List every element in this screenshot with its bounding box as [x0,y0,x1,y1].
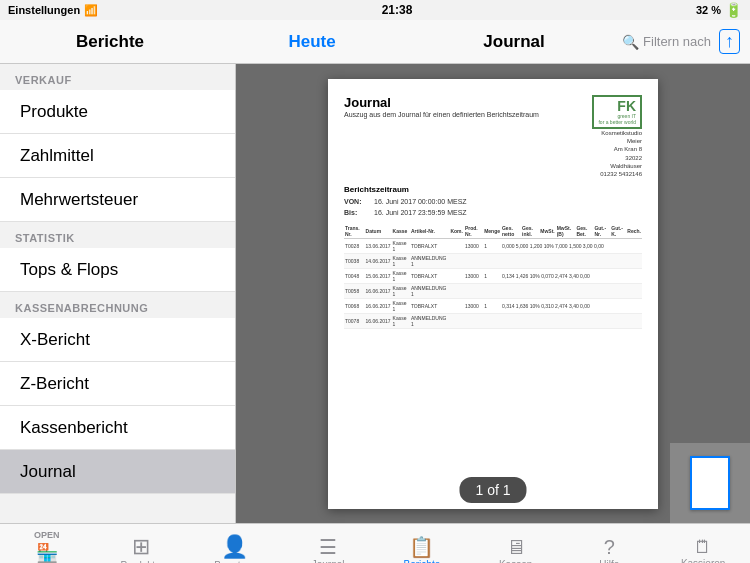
table-cell-6: 1 [483,299,501,314]
main-layout: VERKAUF Produkte Zahlmittel Mehrwertsteu… [0,64,750,523]
table-cell-1: 16.06.2017 [365,314,392,329]
table-cell-4 [449,299,464,314]
table-cell-3: ANNMELDUNG 1 [410,284,450,299]
table-cell-rest: 0,314 1,636 10% 0,310 2,474 3,40 0,00 [501,299,642,314]
tab-hilfe-icon: ? [604,537,615,557]
tab-journal[interactable]: ☰ Journal [281,524,375,563]
table-cell-0: T0058 [344,284,365,299]
table-cell-6 [483,254,501,269]
tab-produkte[interactable]: ⊞ Produkte [94,524,188,563]
tab-bar: OPEN 🏪 Shop ⊞ Produkte 👤 Benutzer ☰ Jour… [0,523,750,563]
table-cell-2: Kasse 1 [392,254,410,269]
tab-journal-label: Journal [312,559,345,563]
sidebar-item-z-bericht[interactable]: Z-Bericht [0,362,235,406]
logo-box: FK green IT for a better world [592,95,642,129]
nav-bar: Berichte Heute Journal 🔍 Filtern nach ↑ [0,20,750,64]
table-cell-0: T0048 [344,269,365,284]
table-cell-6 [483,284,501,299]
nav-title-berichte: Berichte [10,32,210,52]
address-line2: Am Kran 8 [592,145,642,153]
table-cell-1: 14.06.2017 [365,254,392,269]
sidebar-section-header-statistik: STATISTIK [0,222,235,248]
th-0: Trans. Nr. [344,224,365,239]
table-cell-2: Kasse 1 [392,269,410,284]
tab-kassieren-label: Kassieren [681,558,725,563]
doc-subtitle: Auszug aus dem Journal für einen definie… [344,111,539,118]
tab-kassieren-icon: 🗒 [694,538,712,556]
tab-hilfe[interactable]: ? Hilfe [563,524,657,563]
table-cell-4 [449,239,464,254]
table-cell-4 [449,314,464,329]
tab-benutzer[interactable]: 👤 Benutzer [188,524,282,563]
table-cell-5: 13000 [464,269,483,284]
th-4: Kom. [449,224,464,239]
status-bar: Einstellungen 📶 21:38 32 % 🔋 [0,0,750,20]
tab-produkte-icon: ⊞ [132,536,150,558]
table-cell-6: 1 [483,239,501,254]
share-icon[interactable]: ↑ [719,29,740,54]
bis-label: Bis: [344,207,366,218]
logo-initials: FK [598,99,636,113]
thumbnail-strip[interactable] [670,443,750,523]
table-row: T006816.06.2017Kasse 1TOBRALXT130001 0,3… [344,299,642,314]
th-10: MwSt.(B) [556,224,576,239]
sidebar-item-zahlmittel[interactable]: Zahlmittel [0,134,235,178]
doc-header: Journal Auszug aus dem Journal für einen… [344,95,642,179]
sidebar-item-x-bericht[interactable]: X-Bericht [0,318,235,362]
doc-title: Journal [344,95,539,110]
nav-title-journal: Journal [414,32,614,52]
th-1: Datum [365,224,392,239]
status-right: 32 % 🔋 [696,2,742,18]
nav-actions: 🔍 Filtern nach ↑ [622,29,740,54]
sidebar-item-mehrwertsteuer[interactable]: Mehrwertsteuer [0,178,235,222]
table-cell-2: Kasse 1 [392,299,410,314]
table-cell-1: 15.06.2017 [365,269,392,284]
table-cell-5 [464,254,483,269]
tab-berichte[interactable]: 📋 Berichte [375,524,469,563]
table-cell-rest [501,314,642,329]
table-row: T003814.06.2017Kasse 1ANNMELDUNG 1 [344,254,642,269]
table-cell-0: T0038 [344,254,365,269]
doc-logo: FK green IT for a better world Kosmetiks… [592,95,642,179]
table-row: T004815.06.2017Kasse 1TOBRALXT130001 0,1… [344,269,642,284]
th-14: Rech. [626,224,642,239]
table-cell-1: 16.06.2017 [365,284,392,299]
table-header-row: Trans. Nr. Datum Kasse Artikel-Nr. Kom. … [344,224,642,239]
sidebar-item-kassenbericht[interactable]: Kassenbericht [0,406,235,450]
table-cell-rest: 0,134 1,426 10% 0,070 2,474 3,40 0,00 [501,269,642,284]
doc-bis-row: Bis: 16. Juni 2017 23:59:59 MESZ [344,207,642,218]
sidebar-item-journal[interactable]: Journal [0,450,235,494]
table-cell-4 [449,254,464,269]
sidebar-section-header-verkauf: VERKAUF [0,64,235,90]
table-cell-1: 16.06.2017 [365,299,392,314]
von-date: 16. Juni 2017 00:00:00 MESZ [374,196,467,207]
sidebar-section-header-kassenabrechnung: KASSENABRECHNUNG [0,292,235,318]
table-cell-1: 13.06.2017 [365,239,392,254]
th-9: MwSt. [539,224,555,239]
tab-kassen[interactable]: 🖥 Kassen [469,524,563,563]
address-line4: 01232 5432146 [592,170,642,178]
tab-shop[interactable]: OPEN 🏪 Shop [0,524,94,563]
bis-date: 16. Juni 2017 23:59:59 MESZ [374,207,467,218]
th-11: Ges. Bet. [575,224,593,239]
search-area[interactable]: 🔍 Filtern nach [622,34,711,50]
table-cell-2: Kasse 1 [392,284,410,299]
sidebar-item-tops-flops[interactable]: Tops & Flops [0,248,235,292]
table-cell-6 [483,314,501,329]
th-6: Menge [483,224,501,239]
tab-hilfe-label: Hilfe [599,559,619,563]
table-cell-5 [464,284,483,299]
status-time: 21:38 [382,3,413,17]
tab-berichte-label: Berichte [404,559,441,563]
sidebar-item-produkte[interactable]: Produkte [0,90,235,134]
nav-title-heute[interactable]: Heute [232,32,392,52]
table-row: T007816.06.2017Kasse 1ANNMELDUNG 1 [344,314,642,329]
status-left: Einstellungen 📶 [8,4,98,17]
tab-kassieren[interactable]: 🗒 Kassieren [656,524,750,563]
doc-von-row: VON: 16. Juni 2017 00:00:00 MESZ [344,196,642,207]
von-label: VON: [344,196,366,207]
tab-shop-open-label: OPEN [34,530,60,540]
tab-benutzer-icon: 👤 [221,536,248,558]
table-cell-5 [464,314,483,329]
table-cell-3: TOBRALXT [410,299,450,314]
